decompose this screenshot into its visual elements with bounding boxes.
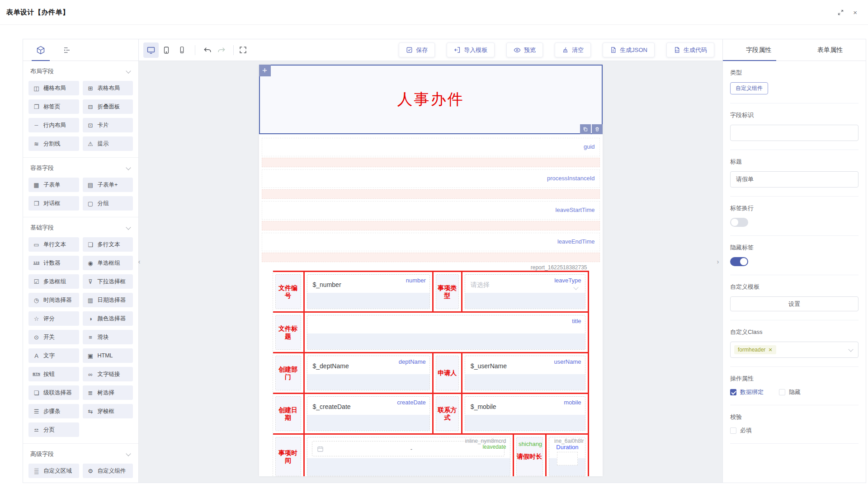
checkbox-数据绑定[interactable]: 数据绑定 bbox=[730, 388, 764, 396]
sidebar-field-item[interactable]: ┄行内布局 bbox=[28, 118, 79, 132]
drag-move-icon[interactable]: + bbox=[259, 65, 271, 76]
sidebar-field-item[interactable]: ▤子表单+ bbox=[83, 178, 133, 192]
table-duration-cell[interactable]: ine_6ai0h8lrDuration bbox=[547, 435, 589, 476]
table-label-cell[interactable]: 联系方式 bbox=[434, 394, 462, 433]
sidebar-field-item[interactable]: ▒自定义区域 bbox=[28, 464, 79, 478]
action-button-save[interactable]: 保存 bbox=[399, 42, 435, 57]
sidebar-field-item[interactable]: ⊙开关 bbox=[28, 330, 79, 344]
action-button-generate-code[interactable]: 生成代码 bbox=[666, 42, 714, 57]
hidden-field-row[interactable]: guid bbox=[262, 138, 600, 156]
chevron-down-icon[interactable] bbox=[126, 225, 131, 230]
table-label-cell[interactable]: 事项类型 bbox=[434, 272, 462, 311]
delete-component-icon[interactable] bbox=[592, 124, 603, 134]
sidebar-field-item[interactable]: 123计数器 bbox=[28, 256, 79, 270]
sidebar-field-item[interactable]: ❑多行文本 bbox=[83, 237, 133, 252]
hidden-field-strip[interactable] bbox=[262, 253, 600, 262]
chevron-down-icon[interactable] bbox=[126, 68, 131, 73]
title-input[interactable] bbox=[730, 171, 859, 188]
sidebar-field-item[interactable]: ☆评分 bbox=[28, 311, 79, 326]
sidebar-field-item[interactable]: ≡滑块 bbox=[83, 330, 133, 344]
sidebar-field-item[interactable]: BTN按钮 bbox=[28, 367, 79, 381]
table-daterange-cell[interactable]: inline_nym8mcrdleavedate- bbox=[305, 435, 514, 476]
template-settings-button[interactable]: 设置 bbox=[730, 296, 859, 311]
sidebar-field-item[interactable]: ⊡卡片 bbox=[83, 118, 133, 132]
sidebar-field-item[interactable]: ∞文字链接 bbox=[83, 367, 133, 381]
sidebar-field-item[interactable]: ▭单行文本 bbox=[28, 237, 79, 252]
table-label-cell[interactable]: 创建日期 bbox=[273, 394, 305, 433]
table-input-cell[interactable]: $_deptNamedeptName bbox=[305, 353, 434, 393]
sidebar-field-item[interactable]: ⚙自定义组件 bbox=[83, 464, 133, 478]
design-canvas[interactable]: + 人事办件 guidprocessInstanceIdleaveStartTi… bbox=[139, 61, 722, 483]
table-input-cell[interactable]: title bbox=[305, 313, 589, 352]
device-tablet-icon[interactable] bbox=[159, 42, 174, 58]
table-label-cell[interactable]: 文件编号 bbox=[273, 272, 305, 311]
sidebar-field-item[interactable]: ⇆穿梭框 bbox=[83, 404, 133, 418]
sidebar-tab-components[interactable] bbox=[29, 39, 52, 61]
tab-表单属性[interactable]: 表单属性 bbox=[794, 39, 866, 61]
hidden-field-strip[interactable] bbox=[262, 158, 600, 167]
undo-icon[interactable] bbox=[201, 43, 214, 57]
table-label-cell[interactable]: 申请人 bbox=[434, 353, 462, 393]
sidebar-field-item[interactable]: ≋分割线 bbox=[28, 136, 79, 151]
table-input-cell[interactable]: $_createDatecreateDate bbox=[305, 394, 434, 433]
copy-component-icon[interactable] bbox=[580, 124, 591, 134]
chevron-down-icon[interactable] bbox=[126, 165, 131, 170]
label-wrap-toggle[interactable] bbox=[730, 218, 748, 227]
sidebar-field-item[interactable]: ▦子表单 bbox=[28, 178, 79, 192]
hidden-field-strip[interactable] bbox=[262, 189, 600, 199]
sidebar-field-item[interactable]: ◷时间选择器 bbox=[28, 293, 79, 307]
sidebar-field-item[interactable]: ❒对话框 bbox=[28, 196, 79, 211]
tab-字段属性[interactable]: 字段属性 bbox=[723, 39, 794, 61]
hidden-field-strip[interactable] bbox=[262, 221, 600, 230]
hidden-field-row[interactable]: leaveStartTime bbox=[262, 201, 600, 220]
table-label-cell[interactable]: 文件标题 bbox=[273, 313, 305, 352]
sidebar-field-item[interactable]: A文字 bbox=[28, 348, 79, 363]
action-button-import-template[interactable]: 导入模板 bbox=[447, 42, 495, 57]
table-label-cell[interactable]: 事项时间 bbox=[273, 435, 305, 476]
chevron-down-icon[interactable] bbox=[126, 451, 131, 456]
hidden-field-row[interactable]: leaveEndTime bbox=[262, 233, 600, 251]
sidebar-field-item[interactable]: ◫栅格布局 bbox=[28, 81, 79, 95]
custom-class-select[interactable]: formheader ✕ bbox=[730, 342, 859, 358]
sidebar-field-item[interactable]: ⊽下拉选择框 bbox=[83, 274, 133, 289]
checkbox-隐藏[interactable]: 隐藏 bbox=[779, 388, 801, 396]
device-desktop-icon[interactable] bbox=[143, 42, 159, 58]
table-label-cell[interactable]: 创建部门 bbox=[273, 353, 305, 393]
sidebar-field-item[interactable]: ◉单选框组 bbox=[83, 256, 133, 270]
restore-window-icon[interactable] bbox=[837, 9, 844, 16]
sidebar-field-item[interactable]: ❏级联选择器 bbox=[28, 385, 79, 400]
sidebar-field-item[interactable]: ❐标签页 bbox=[28, 99, 79, 114]
hide-label-toggle[interactable] bbox=[730, 257, 748, 266]
sidebar-collapse-handle[interactable]: ‹ bbox=[136, 257, 142, 265]
sidebar-field-item[interactable]: ☰步骤条 bbox=[28, 404, 79, 418]
action-button-preview[interactable]: 预览 bbox=[506, 42, 543, 57]
table-select-cell[interactable]: 请选择leaveType bbox=[462, 272, 589, 311]
sidebar-tab-outline[interactable] bbox=[56, 39, 78, 61]
table-input-cell[interactable]: $_userNameuserName bbox=[462, 353, 589, 393]
sidebar-field-item[interactable]: ▢分组 bbox=[83, 196, 133, 211]
action-button-clear[interactable]: 清空 bbox=[555, 42, 591, 57]
checkbox-必填[interactable]: 必填 bbox=[730, 427, 752, 435]
action-button-generate-json[interactable]: 生成JSON bbox=[603, 42, 655, 57]
device-mobile-icon[interactable] bbox=[174, 42, 189, 58]
sidebar-field-item[interactable]: ⊟折叠面板 bbox=[83, 99, 133, 114]
sidebar-field-item[interactable]: ▥日期选择器 bbox=[83, 293, 133, 307]
close-icon[interactable]: × bbox=[853, 9, 857, 16]
field-id-input[interactable] bbox=[730, 125, 859, 141]
sidebar-field-item[interactable]: ◑颜色选择器 bbox=[83, 311, 133, 326]
properties-collapse-handle[interactable]: › bbox=[715, 257, 721, 265]
table-label-cell[interactable]: 请假时长shichang bbox=[514, 435, 547, 476]
sidebar-field-item[interactable]: «»分页 bbox=[28, 422, 79, 437]
form-table-component[interactable]: 文件编号$_numbernumber事项类型请选择leaveType文件标题ti… bbox=[273, 271, 589, 476]
sidebar-field-item[interactable]: ▣HTML bbox=[83, 348, 133, 363]
remove-tag-icon[interactable]: ✕ bbox=[768, 347, 772, 353]
sidebar-field-item[interactable]: ≣树选择 bbox=[83, 385, 133, 400]
fullscreen-icon[interactable] bbox=[239, 46, 247, 54]
sidebar-field-item[interactable]: ⚠提示 bbox=[83, 136, 133, 151]
sidebar-field-item[interactable]: ⊞表格布局 bbox=[83, 81, 133, 95]
hidden-field-row[interactable]: processInstanceId bbox=[262, 169, 600, 188]
sidebar-field-item[interactable]: ☑多选框组 bbox=[28, 274, 79, 289]
duration-input[interactable] bbox=[557, 452, 578, 465]
table-input-cell[interactable]: $_numbernumber bbox=[305, 272, 434, 311]
table-input-cell[interactable]: $_mobilemobile bbox=[462, 394, 589, 433]
